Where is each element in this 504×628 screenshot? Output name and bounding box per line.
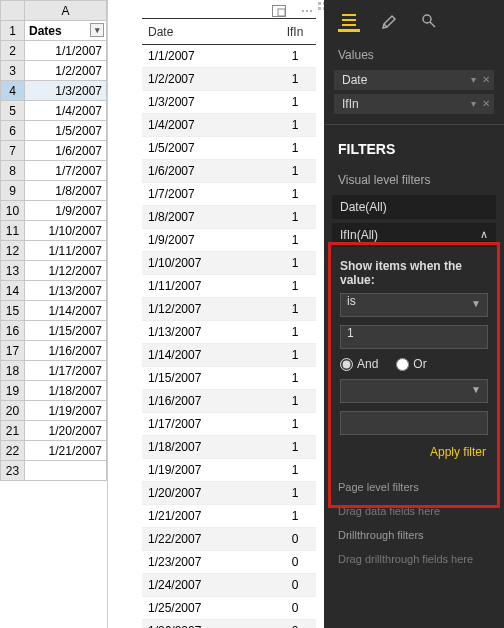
table-row[interactable]: 1/25/20070 (142, 597, 316, 620)
date-cell[interactable]: 1/8/2007 (25, 181, 107, 201)
condition-operator-select[interactable]: is ▼ (340, 293, 488, 317)
excel-row[interactable]: 181/17/2007 (1, 361, 107, 381)
excel-row[interactable]: 141/13/2007 (1, 281, 107, 301)
excel-row[interactable]: 221/21/2007 (1, 441, 107, 461)
row-header[interactable]: 20 (1, 401, 25, 421)
row-header[interactable]: 11 (1, 221, 25, 241)
excel-row[interactable]: 151/14/2007 (1, 301, 107, 321)
table-row[interactable]: 1/20/20071 (142, 482, 316, 505)
row-header[interactable]: 10 (1, 201, 25, 221)
date-cell[interactable]: 1/9/2007 (25, 201, 107, 221)
table-row[interactable]: 1/16/20071 (142, 390, 316, 413)
row-header[interactable]: 19 (1, 381, 25, 401)
row-header[interactable]: 7 (1, 141, 25, 161)
row-header[interactable]: 17 (1, 341, 25, 361)
row-header[interactable]: 1 (1, 21, 25, 41)
table-row[interactable]: 1/26/20070 (142, 620, 316, 629)
date-cell[interactable]: 1/7/2007 (25, 161, 107, 181)
select-all-corner[interactable] (1, 1, 25, 21)
date-cell[interactable]: 1/12/2007 (25, 261, 107, 281)
excel-row[interactable]: 31/2/2007 (1, 61, 107, 81)
dates-header-cell[interactable]: Dates▾ (25, 21, 107, 41)
date-cell[interactable]: 1/10/2007 (25, 221, 107, 241)
row-header[interactable]: 9 (1, 181, 25, 201)
date-cell[interactable]: 1/17/2007 (25, 361, 107, 381)
row-header[interactable]: 18 (1, 361, 25, 381)
table-row[interactable]: 1/15/20071 (142, 367, 316, 390)
excel-row[interactable]: 201/19/2007 (1, 401, 107, 421)
excel-row[interactable]: 191/18/2007 (1, 381, 107, 401)
field-well[interactable]: IfIn▾✕ (334, 94, 494, 114)
excel-row[interactable]: 91/8/2007 (1, 181, 107, 201)
row-header[interactable]: 12 (1, 241, 25, 261)
table-row[interactable]: 1/10/20071 (142, 252, 316, 275)
date-cell[interactable]: 1/6/2007 (25, 141, 107, 161)
analytics-tab-icon[interactable] (418, 10, 440, 32)
date-cell[interactable]: 1/14/2007 (25, 301, 107, 321)
date-cell[interactable]: 1/3/2007 (25, 81, 107, 101)
date-cell[interactable]: 1/16/2007 (25, 341, 107, 361)
row-header[interactable]: 13 (1, 261, 25, 281)
table-row[interactable]: 1/6/20071 (142, 160, 316, 183)
row-header[interactable]: 8 (1, 161, 25, 181)
more-options-icon[interactable]: ⋯ (298, 4, 316, 18)
excel-row[interactable]: 161/15/2007 (1, 321, 107, 341)
excel-row[interactable]: 41/3/2007 (1, 81, 107, 101)
table-row[interactable]: 1/1/20071 (142, 45, 316, 68)
excel-row[interactable]: 211/20/2007 (1, 421, 107, 441)
table-row[interactable]: 1/7/20071 (142, 183, 316, 206)
drag-drillthrough-placeholder[interactable]: Drag drillthrough fields here (324, 547, 504, 571)
and-radio[interactable]: And (340, 357, 378, 371)
filter-card-date[interactable]: Date(All) (332, 195, 496, 219)
table-row[interactable]: 1/18/20071 (142, 436, 316, 459)
excel-row[interactable]: 81/7/2007 (1, 161, 107, 181)
column-header-A[interactable]: A (25, 1, 107, 21)
table-row[interactable]: 1/22/20070 (142, 528, 316, 551)
excel-row[interactable]: 101/9/2007 (1, 201, 107, 221)
table-row[interactable]: 1/17/20071 (142, 413, 316, 436)
date-cell[interactable]: 1/11/2007 (25, 241, 107, 261)
table-row[interactable]: 1/12/20071 (142, 298, 316, 321)
table-row[interactable]: 1/23/20070 (142, 551, 316, 574)
fields-tab-icon[interactable] (338, 10, 360, 32)
excel-row[interactable]: 1Dates▾ (1, 21, 107, 41)
table-row[interactable]: 1/8/20071 (142, 206, 316, 229)
table-row[interactable]: 1/3/20071 (142, 91, 316, 114)
excel-row[interactable]: 171/16/2007 (1, 341, 107, 361)
row-header[interactable]: 21 (1, 421, 25, 441)
row-header[interactable]: 14 (1, 281, 25, 301)
excel-row[interactable]: 21/1/2007 (1, 41, 107, 61)
date-cell[interactable]: 1/5/2007 (25, 121, 107, 141)
date-cell[interactable]: 1/2/2007 (25, 61, 107, 81)
excel-row[interactable]: 23 (1, 461, 107, 481)
filter-card-ifin[interactable]: IfIn(All) ∧ (332, 223, 496, 247)
table-row[interactable]: 1/9/20071 (142, 229, 316, 252)
row-header[interactable]: 6 (1, 121, 25, 141)
row-header[interactable]: 22 (1, 441, 25, 461)
chevron-down-icon[interactable]: ▾ (471, 94, 476, 114)
row-header[interactable]: 4 (1, 81, 25, 101)
table-row[interactable]: 1/19/20071 (142, 459, 316, 482)
excel-row[interactable]: 131/12/2007 (1, 261, 107, 281)
date-cell[interactable]: 1/19/2007 (25, 401, 107, 421)
col-header-ifin[interactable]: IfIn (274, 19, 316, 45)
excel-row[interactable]: 111/10/2007 (1, 221, 107, 241)
condition2-operator-select[interactable]: ▼ (340, 379, 488, 403)
field-well[interactable]: Date▾✕ (334, 70, 494, 90)
table-visual[interactable]: ⋯ Date IfIn 1/1/200711/2/200711/3/200711… (108, 0, 324, 628)
condition-value-input[interactable]: 1 (340, 325, 488, 349)
filter-dropdown-icon[interactable]: ▾ (90, 23, 104, 37)
excel-row[interactable]: 51/4/2007 (1, 101, 107, 121)
date-cell[interactable]: 1/1/2007 (25, 41, 107, 61)
focus-mode-icon[interactable] (270, 4, 288, 18)
remove-field-icon[interactable]: ✕ (482, 70, 490, 90)
table-row[interactable]: 1/5/20071 (142, 137, 316, 160)
date-cell[interactable]: 1/4/2007 (25, 101, 107, 121)
row-header[interactable]: 2 (1, 41, 25, 61)
table-row[interactable]: 1/11/20071 (142, 275, 316, 298)
date-cell[interactable]: 1/15/2007 (25, 321, 107, 341)
row-header[interactable]: 3 (1, 61, 25, 81)
row-header[interactable]: 23 (1, 461, 25, 481)
date-cell[interactable]: 1/21/2007 (25, 441, 107, 461)
row-header[interactable]: 5 (1, 101, 25, 121)
